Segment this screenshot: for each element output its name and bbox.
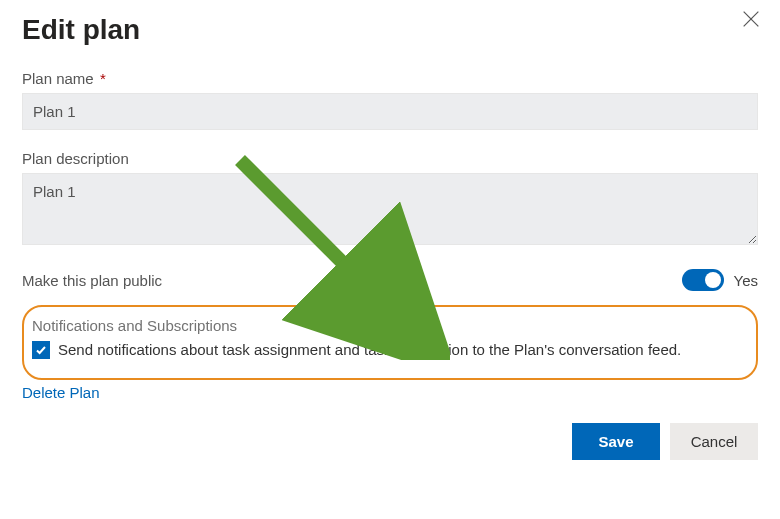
plan-description-field: Plan description (22, 150, 758, 249)
plan-name-input[interactable] (22, 93, 758, 130)
checkmark-icon (35, 344, 47, 356)
public-toggle-state: Yes (734, 272, 758, 289)
public-toggle[interactable] (682, 269, 724, 291)
required-marker: * (100, 70, 106, 87)
notifications-checkbox[interactable] (32, 341, 50, 359)
notifications-checkbox-label: Send notifications about task assignment… (58, 340, 681, 360)
edit-plan-dialog: Edit plan Plan name * Plan description M… (0, 0, 780, 478)
toggle-knob (705, 272, 721, 288)
cancel-button[interactable]: Cancel (670, 423, 758, 460)
plan-name-label: Plan name * (22, 70, 758, 87)
plan-name-field: Plan name * (22, 70, 758, 130)
plan-description-label: Plan description (22, 150, 758, 167)
public-toggle-label: Make this plan public (22, 272, 162, 289)
dialog-buttons: Save Cancel (22, 423, 758, 460)
plan-description-input[interactable] (22, 173, 758, 245)
notifications-checkbox-row: Send notifications about task assignment… (30, 340, 742, 360)
notifications-section-title: Notifications and Subscriptions (32, 317, 742, 334)
public-toggle-row: Make this plan public Yes (22, 269, 758, 291)
delete-plan-link[interactable]: Delete Plan (22, 384, 758, 401)
annotation-highlight: Notifications and Subscriptions Send not… (22, 305, 758, 380)
dialog-title: Edit plan (22, 14, 758, 46)
save-button[interactable]: Save (572, 423, 660, 460)
close-icon (740, 8, 762, 30)
close-button[interactable] (740, 8, 762, 30)
plan-name-label-text: Plan name (22, 70, 94, 87)
public-toggle-wrap: Yes (682, 269, 758, 291)
